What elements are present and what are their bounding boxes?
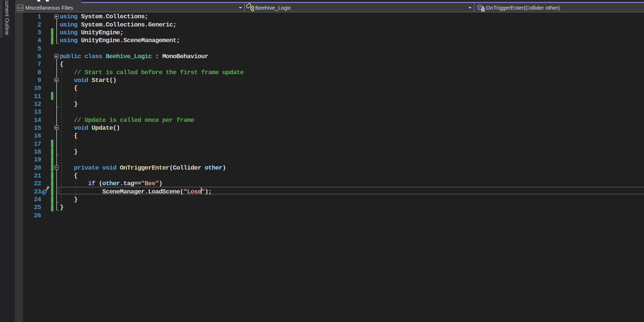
svg-text:C#: C# <box>18 6 23 10</box>
